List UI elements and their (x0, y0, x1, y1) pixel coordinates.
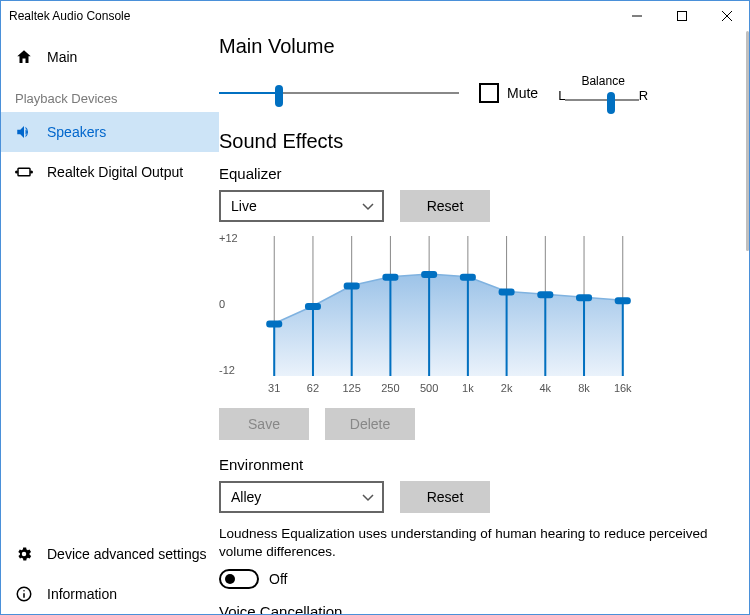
eq-band-label: 16k (608, 382, 638, 394)
equalizer-graph: +12 0 -12 31621252505001k2k4k8k16k (219, 232, 649, 402)
environment-select[interactable]: Alley (219, 481, 384, 513)
balance-r: R (639, 88, 648, 112)
eq-ytick: +12 (219, 232, 238, 244)
eq-band-thumb[interactable] (305, 303, 321, 310)
svg-rect-1 (677, 12, 686, 21)
eq-band-label: 500 (414, 382, 444, 394)
sidebar-item-main[interactable]: Main (1, 37, 219, 77)
mute-label: Mute (507, 85, 538, 101)
digital-output-icon (15, 163, 33, 181)
sound-effects-heading: Sound Effects (219, 130, 729, 153)
eq-band-thumb[interactable] (266, 321, 282, 328)
eq-band-label: 2k (492, 382, 522, 394)
select-value: Live (231, 198, 257, 214)
svg-point-5 (15, 171, 18, 174)
maximize-button[interactable] (659, 1, 704, 31)
chevron-down-icon (362, 489, 374, 505)
sidebar-item-speakers[interactable]: Speakers (1, 112, 219, 152)
title-bar: Realtek Audio Console (1, 1, 749, 31)
speaker-icon (15, 123, 33, 141)
environment-heading: Environment (219, 456, 729, 473)
scrollbar[interactable] (746, 31, 749, 251)
eq-band-thumb[interactable] (499, 288, 515, 295)
main-volume-heading: Main Volume (219, 35, 729, 58)
toggle-state-label: Off (269, 571, 287, 587)
sidebar-label: Realtek Digital Output (47, 164, 183, 180)
sidebar-item-info[interactable]: Information (1, 574, 219, 614)
sidebar-label: Main (47, 49, 77, 65)
sidebar-label: Device advanced settings (47, 546, 207, 562)
eq-band-label: 125 (337, 382, 367, 394)
sidebar-item-advanced[interactable]: Device advanced settings (1, 534, 219, 574)
balance-heading: Balance (581, 74, 624, 88)
eq-band-label: 1k (453, 382, 483, 394)
balance-l: L (558, 88, 565, 112)
info-icon (15, 585, 33, 603)
gear-icon (15, 545, 33, 563)
select-value: Alley (231, 489, 261, 505)
svg-rect-4 (18, 168, 30, 176)
svg-point-9 (23, 590, 25, 592)
eq-band-thumb[interactable] (537, 291, 553, 298)
eq-svg[interactable] (251, 236, 646, 376)
eq-band-label: 8k (569, 382, 599, 394)
eq-band-label: 31 (259, 382, 289, 394)
close-button[interactable] (704, 1, 749, 31)
balance-control: Balance L R (558, 74, 648, 112)
main-panel: Main Volume Mute Balance L R (219, 31, 749, 614)
home-icon (15, 48, 33, 66)
svg-point-6 (30, 171, 33, 174)
eq-delete-button[interactable]: Delete (325, 408, 415, 440)
svg-marker-10 (274, 274, 623, 376)
eq-band-thumb[interactable] (615, 297, 631, 304)
env-reset-button[interactable]: Reset (400, 481, 490, 513)
eq-band-thumb[interactable] (460, 274, 476, 281)
eq-ytick: -12 (219, 364, 235, 376)
eq-save-button[interactable]: Save (219, 408, 309, 440)
sidebar-label: Information (47, 586, 117, 602)
eq-band-thumb[interactable] (421, 271, 437, 278)
voice-cancellation-heading: Voice Cancellation (219, 603, 729, 614)
eq-band-label: 62 (298, 382, 328, 394)
mute-checkbox[interactable]: Mute (479, 83, 538, 103)
checkbox-icon (479, 83, 499, 103)
eq-band-label: 250 (375, 382, 405, 394)
eq-band-thumb[interactable] (382, 274, 398, 281)
window-title: Realtek Audio Console (9, 9, 130, 23)
eq-ytick: 0 (219, 298, 225, 310)
balance-slider[interactable] (565, 88, 638, 112)
minimize-button[interactable] (614, 1, 659, 31)
eq-band-thumb[interactable] (576, 294, 592, 301)
sidebar-item-digital[interactable]: Realtek Digital Output (1, 152, 219, 192)
eq-band-label: 4k (530, 382, 560, 394)
sidebar: Main Playback Devices Speakers Realtek D… (1, 31, 219, 614)
eq-band-thumb[interactable] (344, 283, 360, 290)
eq-reset-button[interactable]: Reset (400, 190, 490, 222)
chevron-down-icon (362, 198, 374, 214)
equalizer-preset-select[interactable]: Live (219, 190, 384, 222)
sidebar-header-playback: Playback Devices (1, 77, 219, 112)
equalizer-heading: Equalizer (219, 165, 729, 182)
loudness-description: Loudness Equalization uses understanding… (219, 525, 719, 561)
sidebar-label: Speakers (47, 124, 106, 140)
main-volume-slider[interactable] (219, 81, 459, 105)
loudness-toggle[interactable] (219, 569, 259, 589)
